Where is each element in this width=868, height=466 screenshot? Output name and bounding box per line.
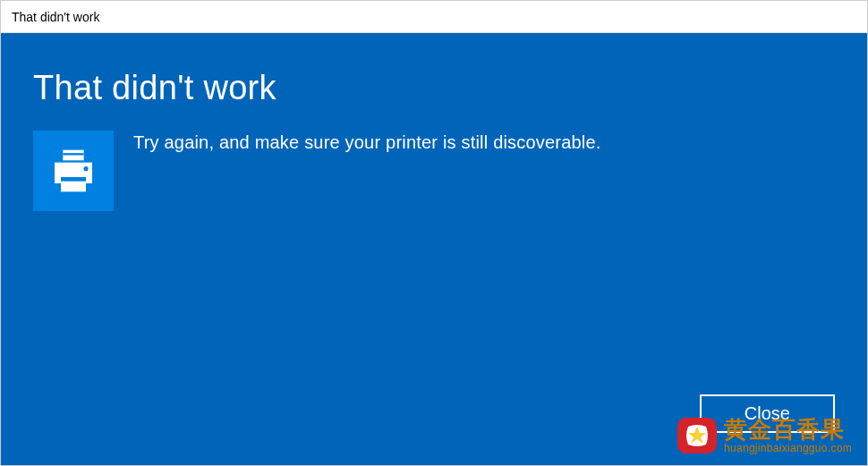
dialog-heading: That didn't work xyxy=(33,69,835,107)
printer-icon xyxy=(48,146,98,196)
watermark-chinese: 黄金百香果 xyxy=(724,417,852,443)
titlebar-title: That didn't work xyxy=(12,10,99,24)
watermark-text: 黄金百香果 huangjinbaixiangguo.com xyxy=(724,417,852,454)
watermark: 黄金百香果 huangjinbaixiangguo.com xyxy=(676,414,852,457)
icon-container xyxy=(33,131,114,211)
dialog-content: That didn't work Try again, and make sur… xyxy=(1,33,867,465)
watermark-logo-icon xyxy=(676,414,719,457)
titlebar: That didn't work xyxy=(1,1,867,33)
svg-rect-4 xyxy=(61,177,86,182)
message-row: Try again, and make sure your printer is… xyxy=(33,131,835,211)
watermark-pinyin: huangjinbaixiangguo.com xyxy=(724,443,852,454)
dialog-window: That didn't work That didn't work Try ag… xyxy=(0,0,868,466)
dialog-message: Try again, and make sure your printer is… xyxy=(133,131,601,153)
svg-rect-1 xyxy=(63,153,83,155)
svg-point-5 xyxy=(83,166,88,171)
